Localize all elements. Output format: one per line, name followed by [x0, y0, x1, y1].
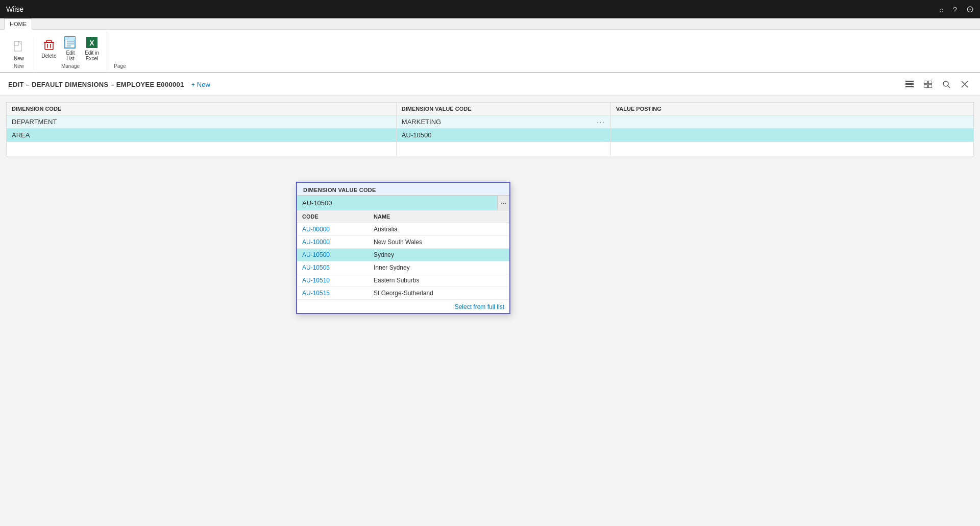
col-value-posting: VALUE POSTING: [610, 103, 973, 115]
edit-excel-icon: X: [84, 35, 100, 50]
dropdown-popup: DIMENSION VALUE CODE ··· CODE NAME AU-00…: [296, 182, 510, 314]
main-content: DIMENSION CODE DIMENSION VALUE CODE VALU…: [0, 96, 980, 526]
popup-list-row[interactable]: AU-10505Inner Sydney: [297, 261, 509, 274]
svg-rect-13: [65, 37, 75, 40]
topbar: Wiise ⌕ ? ⊙: [0, 0, 980, 18]
page-title-bar: EDIT – DEFAULT DIMENSIONS – EMPLOYEE E00…: [0, 73, 980, 96]
svg-rect-19: [924, 81, 927, 84]
dept-dimension-value-code: MARKETING ···: [396, 115, 610, 129]
grid-view-button[interactable]: [921, 77, 935, 91]
ribbon-group-new-label: New: [14, 63, 24, 69]
svg-rect-20: [928, 81, 932, 84]
popup-input-field[interactable]: [297, 196, 497, 210]
svg-rect-17: [905, 83, 914, 85]
ribbon-group-new: New New: [4, 37, 34, 70]
dept-more-options[interactable]: ···: [597, 118, 605, 126]
search-icon[interactable]: ⌕: [939, 5, 944, 14]
table-row: [7, 142, 974, 156]
svg-rect-3: [45, 42, 53, 50]
svg-rect-22: [928, 85, 932, 88]
delete-button-label: Delete: [42, 53, 57, 59]
popup-footer: Select from full list: [297, 300, 509, 313]
edit-excel-button[interactable]: X Edit inExcel: [82, 34, 102, 62]
delete-icon: [41, 38, 57, 53]
popup-row-name: New South Wales: [369, 236, 509, 248]
popup-row-code: AU-10515: [297, 287, 369, 299]
ribbon-group-page: Page: [107, 60, 133, 70]
popup-row-name: St George-Sutherland: [369, 287, 509, 299]
edit-list-icon: [63, 35, 78, 50]
app-title: Wiise: [6, 5, 23, 13]
popup-list-header: CODE NAME: [297, 210, 509, 223]
popup-col-code-header: CODE: [297, 212, 369, 221]
popup-row-code: AU-10500: [297, 249, 369, 261]
ribbon-group-manage-label: Manage: [61, 63, 80, 69]
list-view-button[interactable]: [902, 77, 917, 91]
popup-col-name-header: NAME: [369, 212, 509, 221]
svg-point-23: [943, 81, 948, 86]
popup-header: DIMENSION VALUE CODE: [297, 183, 509, 196]
popup-row-code: AU-10505: [297, 261, 369, 274]
page-title: EDIT – DEFAULT DIMENSIONS – EMPLOYEE E00…: [8, 81, 184, 88]
delete-button[interactable]: Delete: [39, 37, 59, 60]
ribbon-content: New New Delete: [0, 30, 980, 73]
popup-list-row[interactable]: AU-10500Sydney: [297, 249, 509, 261]
svg-text:X: X: [89, 39, 94, 47]
dept-dimension-code: DEPARTMENT: [7, 115, 397, 129]
popup-row-name: Eastern Suburbs: [369, 274, 509, 286]
ribbon-tabs: HOME: [0, 18, 980, 30]
svg-rect-21: [924, 85, 927, 88]
popup-row-name: Sydney: [369, 249, 509, 261]
popup-row-name: Australia: [369, 223, 509, 235]
popup-ellipsis-button[interactable]: ···: [497, 196, 509, 210]
dimensions-table: DIMENSION CODE DIMENSION VALUE CODE VALU…: [6, 102, 974, 156]
ribbon-group-page-label: Page: [114, 63, 126, 69]
popup-list-row[interactable]: AU-00000Australia: [297, 223, 509, 236]
edit-list-button-label: EditList: [66, 50, 75, 61]
popup-row-code: AU-10510: [297, 274, 369, 286]
svg-line-24: [948, 86, 950, 88]
user-icon[interactable]: ⊙: [966, 4, 974, 15]
popup-list-row[interactable]: AU-10515St George-Sutherland: [297, 287, 509, 300]
popup-input-row: ···: [297, 196, 509, 210]
popup-list: AU-00000AustraliaAU-10000New South Wales…: [297, 223, 509, 300]
new-icon: [11, 40, 27, 56]
table-row: AREA AU-10500: [7, 129, 974, 142]
dept-value-posting: [610, 115, 973, 129]
tab-home[interactable]: HOME: [4, 18, 32, 30]
search-page-button[interactable]: [939, 77, 953, 91]
help-icon[interactable]: ?: [953, 5, 957, 14]
new-button-label: New: [14, 56, 24, 61]
col-dimension-value-code: DIMENSION VALUE CODE: [396, 103, 610, 115]
select-from-full-list-link[interactable]: Select from full list: [455, 303, 504, 310]
topbar-icons: ⌕ ? ⊙: [939, 4, 974, 15]
area-dimension-value-code[interactable]: AU-10500: [396, 129, 610, 142]
svg-rect-18: [905, 86, 914, 87]
table-row: DEPARTMENT MARKETING ···: [7, 115, 974, 129]
ribbon-group-manage: Delete EditList: [34, 32, 107, 70]
popup-row-code: AU-10000: [297, 236, 369, 248]
col-dimension-code: DIMENSION CODE: [7, 103, 397, 115]
ribbon-container: HOME New New: [0, 18, 980, 73]
area-dimension-code: AREA: [7, 129, 397, 142]
popup-row-code: AU-00000: [297, 223, 369, 235]
popup-list-row[interactable]: AU-10510Eastern Suburbs: [297, 274, 509, 287]
edit-excel-button-label: Edit inExcel: [85, 50, 99, 61]
edit-list-button[interactable]: EditList: [61, 34, 80, 62]
area-value-posting: [610, 129, 973, 142]
new-page-button[interactable]: + New: [188, 80, 213, 89]
svg-rect-1: [14, 41, 18, 45]
svg-rect-16: [905, 81, 914, 82]
close-button[interactable]: [958, 77, 972, 91]
new-ribbon-button[interactable]: New: [9, 39, 29, 62]
popup-row-name: Inner Sydney: [369, 261, 509, 274]
popup-list-row[interactable]: AU-10000New South Wales: [297, 236, 509, 249]
